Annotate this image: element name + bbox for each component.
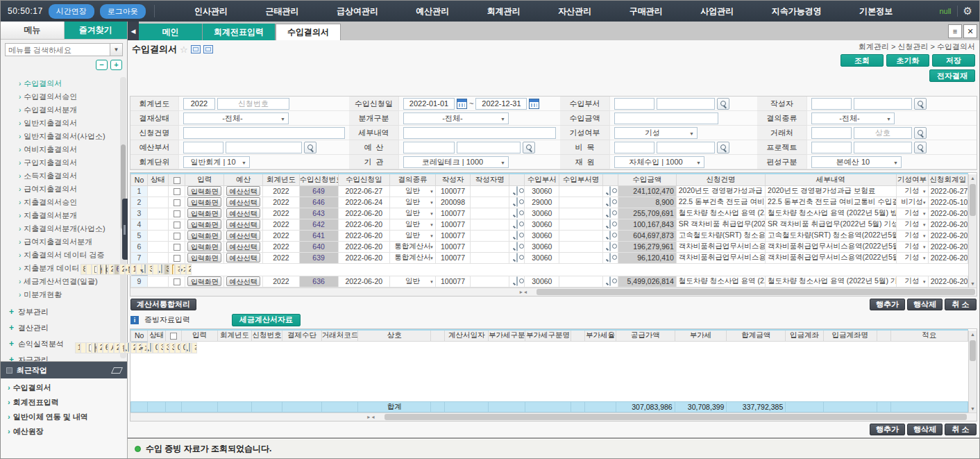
- cell-request-date[interactable]: 2022-06-20: [338, 208, 389, 219]
- cell-acct-date[interactable]: 2022-06-20: [928, 230, 968, 241]
- cell-status[interactable]: [148, 208, 169, 219]
- cell-input-screen[interactable]: 입력화면: [185, 252, 224, 263]
- cell-vendor[interactable]: 한국철도공사: [119, 342, 125, 353]
- cell-search[interactable]: [509, 252, 525, 263]
- search-icon[interactable]: [717, 142, 729, 153]
- cell-writer-name[interactable]: [136, 264, 142, 275]
- cell-title[interactable]: 22.5 동부건축 전도금 여비..: [676, 197, 765, 208]
- cell-no[interactable]: 1: [131, 185, 148, 197]
- cell-acct-date[interactable]: 2022-06-20: [186, 264, 192, 275]
- row-checkbox[interactable]: [174, 244, 180, 251]
- input-screen-button[interactable]: 입력화면: [187, 242, 221, 251]
- cell-no[interactable]: 8: [81, 264, 86, 275]
- budget-class-select[interactable]: 본예산 10: [811, 156, 902, 168]
- budget-select-button[interactable]: 예산선택: [226, 242, 260, 251]
- cell-title[interactable]: 객차비품취급업무서비스용..: [676, 241, 765, 252]
- cell-writer[interactable]: 100077: [435, 219, 470, 230]
- cell-dept-name[interactable]: [559, 252, 602, 263]
- cell-vat-rate[interactable]: 0: [153, 342, 158, 353]
- cell-vat[interactable]: 30,708,399: [164, 342, 169, 353]
- table-row[interactable]: 9입력화면예산선택20226362022-06-20일반100077300605…: [131, 276, 968, 287]
- reset-button[interactable]: 초기화: [886, 54, 929, 67]
- approval-status-select[interactable]: -전체-: [183, 112, 289, 124]
- request-no-input[interactable]: [217, 98, 289, 110]
- cell-request-no[interactable]: 643: [299, 208, 338, 219]
- cell-search[interactable]: [158, 264, 164, 275]
- budget-name-input[interactable]: [457, 142, 521, 153]
- sidebar-item-구입지출결의서[interactable]: ›구입지출결의서: [1, 156, 127, 169]
- search-icon[interactable]: [717, 98, 729, 110]
- cell-dept-name[interactable]: [559, 241, 602, 252]
- search-icon[interactable]: [516, 197, 518, 207]
- cell-detail[interactable]: 철도차량 청소사업 용역 (2022년 5월) 방역: [766, 208, 896, 219]
- add-row-button[interactable]: 행추가: [870, 299, 905, 310]
- cell-request-no[interactable]: 641: [299, 230, 338, 241]
- cell-acct-date[interactable]: 2022-06-27: [928, 185, 968, 197]
- search-icon[interactable]: [516, 253, 518, 262]
- topbar-menu-자산관리[interactable]: 자산관리: [552, 3, 597, 20]
- cell-no[interactable]: 9: [131, 276, 148, 287]
- cell-status[interactable]: [86, 264, 92, 275]
- cell-writer-name[interactable]: [471, 241, 509, 252]
- cell-request-date[interactable]: 2022-06-20: [338, 219, 389, 230]
- cell-request-no[interactable]: 638: [114, 264, 119, 275]
- writer-name-input[interactable]: [854, 98, 912, 110]
- cell-resolution-kind[interactable]: 일반: [389, 230, 435, 241]
- search-icon[interactable]: [609, 276, 611, 286]
- search-icon[interactable]: [609, 253, 611, 262]
- search-icon[interactable]: [150, 342, 151, 352]
- tax-invoice-button[interactable]: 세금계산서자료: [232, 314, 301, 326]
- sidebar-item-급여지출결의서[interactable]: ›급여지출결의서: [1, 183, 127, 196]
- sidebar-group-장부관리[interactable]: +장부관리: [1, 304, 127, 320]
- input-screen-button[interactable]: 입력화면: [187, 208, 221, 218]
- org-select[interactable]: 코레일테크 | 1000: [403, 156, 509, 168]
- cell-dept-name[interactable]: [559, 197, 602, 208]
- budget-dept-code-input[interactable]: [183, 142, 223, 153]
- sidebar-item-수입결의서승인[interactable]: ›수입결의서승인: [1, 90, 127, 103]
- cell-dept[interactable]: 30060: [525, 276, 559, 287]
- budget-select-button[interactable]: 예산선택: [105, 265, 107, 274]
- cell-input-screen[interactable]: 입력화면: [185, 219, 224, 230]
- cell-amount[interactable]: 255,709,691: [618, 208, 676, 219]
- header-checkbox[interactable]: [170, 333, 177, 340]
- cell-request-date[interactable]: 2022-06-20: [119, 264, 125, 275]
- cell-request-no[interactable]: 642: [299, 219, 338, 230]
- logout-button[interactable]: 로그아웃: [100, 4, 146, 19]
- cell-detail[interactable]: 객차비품취급업무서비스용역(2022년5월) 기성: [766, 252, 896, 263]
- income-dept-name-input[interactable]: [657, 98, 715, 110]
- grid2-horizontal-scrollbar[interactable]: ▸ ◂: [130, 412, 977, 421]
- gear-icon[interactable]: ⚙: [963, 5, 972, 17]
- cell-writer-name[interactable]: [471, 185, 509, 197]
- cell-writer[interactable]: 100077: [435, 208, 470, 219]
- row-checkbox[interactable]: [174, 222, 180, 228]
- cell-input-screen[interactable]: 입력화면: [185, 208, 224, 219]
- row-checkbox[interactable]: [174, 199, 180, 206]
- cell-title[interactable]: 2020년도 경영평가성과급 ..: [676, 185, 765, 197]
- cell-no[interactable]: 7: [131, 252, 148, 263]
- cell-amount[interactable]: 337,792,385: [164, 264, 169, 275]
- cell-title[interactable]: 철도차량 청소사업 용역 (2..: [676, 208, 765, 219]
- cell-search[interactable]: [509, 230, 525, 241]
- cell-bill-date[interactable]: 2022-05-31: [130, 342, 136, 353]
- cell-budget-select[interactable]: 예산선택: [224, 252, 263, 263]
- menu-search-dropdown-icon[interactable]: ▼: [110, 43, 123, 56]
- cell-checkbox[interactable]: [92, 264, 97, 275]
- cell-year[interactable]: 2022: [263, 208, 299, 219]
- cell-search[interactable]: [602, 230, 618, 241]
- cell-resolution-kind[interactable]: 일반: [389, 197, 435, 208]
- vendor-name-input[interactable]: [854, 127, 912, 139]
- cell-status[interactable]: [148, 241, 169, 252]
- search-icon[interactable]: [914, 127, 927, 139]
- cell-status[interactable]: [148, 230, 169, 241]
- grid1-horizontal-scrollbar[interactable]: ▸ ◂: [130, 287, 977, 296]
- calendar-icon[interactable]: [457, 99, 467, 109]
- tab-scroll-left-icon[interactable]: ◀: [128, 22, 139, 40]
- cell-resolution-kind[interactable]: 일반: [389, 185, 435, 197]
- scroll-up-icon[interactable]: ▲: [969, 174, 977, 182]
- sidebar-group-자금관리[interactable]: +자금관리: [1, 352, 127, 361]
- cell-budget-select[interactable]: 예산선택: [224, 208, 263, 219]
- topbar-menu-지속가능경영[interactable]: 지속가능경영: [766, 3, 827, 20]
- cell-checkbox[interactable]: [86, 342, 92, 353]
- table-row[interactable]: 1입력화면2022638세금계산서/..23500한국철도공사2022-05-3…: [131, 342, 148, 353]
- budget-select-button[interactable]: 예산선택: [226, 186, 260, 196]
